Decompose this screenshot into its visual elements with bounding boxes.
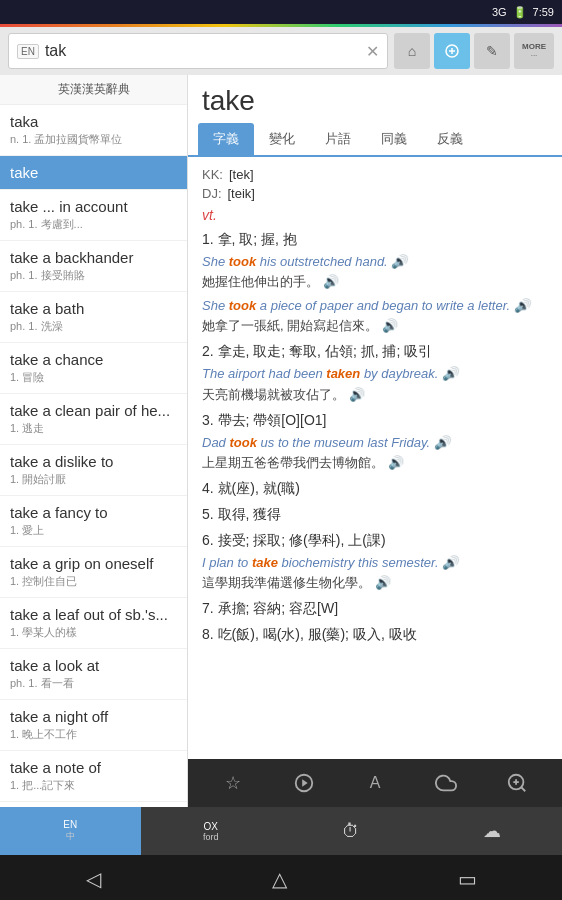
dict-tab-en-zh[interactable]: EN 中	[0, 807, 141, 855]
sidebar-desc: 1. 冒險	[10, 370, 177, 385]
sound-icon[interactable]	[284, 763, 324, 803]
example-en-3: Dad took us to the museum last Friday. 🔊	[202, 434, 548, 452]
sound-icon-1b[interactable]: 🔊	[514, 298, 530, 313]
sidebar-header: 英漢漢英辭典	[0, 75, 187, 105]
sidebar: 英漢漢英辭典 taka n. 1. 孟加拉國貨幣單位 take take ...…	[0, 75, 188, 807]
sound-icon-3-zh[interactable]: 🔊	[388, 455, 404, 470]
sidebar-desc: ph. 1. 看一看	[10, 676, 177, 691]
sidebar-word: take a look at	[10, 657, 177, 674]
sidebar-item-take-grip[interactable]: take a grip on oneself 1. 控制住自已	[0, 547, 187, 598]
search-input-container: EN ✕	[8, 33, 388, 69]
sidebar-item-take-night[interactable]: take a night off 1. 晚上不工作	[0, 700, 187, 751]
sidebar-item-take-note[interactable]: take a note of 1. 把...記下來	[0, 751, 187, 802]
definition-tabs: 字義 變化 片語 同義 反義	[188, 123, 562, 157]
sound-icon-1b-zh[interactable]: 🔊	[382, 318, 398, 333]
sidebar-item-take-clean[interactable]: take a clean pair of he... 1. 逃走	[0, 394, 187, 445]
search-bar: EN ✕ ⌂ ✎ MORE ···	[0, 27, 562, 75]
sidebar-word: take a dislike to	[10, 453, 177, 470]
home-button[interactable]: ⌂	[394, 33, 430, 69]
sidebar-desc: n. 1. 孟加拉國貨幣單位	[10, 132, 177, 147]
definition-content: KK: [tek] DJ: [teik] vt. 1. 拿, 取; 握, 抱 S…	[188, 157, 562, 759]
example-en-2: The airport had been taken by daybreak. …	[202, 365, 548, 383]
sidebar-item-take-bath[interactable]: take a bath ph. 1. 洗澡	[0, 292, 187, 343]
sound-icon-6-zh[interactable]: 🔊	[375, 575, 391, 590]
sidebar-desc: 1. 控制住自已	[10, 574, 177, 589]
sidebar-word: take a fancy to	[10, 504, 177, 521]
right-content: take 字義 變化 片語 同義 反義 KK: [tek] DJ: [teik]…	[188, 75, 562, 807]
sidebar-item-take[interactable]: take	[0, 156, 187, 190]
dict-tab-history[interactable]: ⏱	[281, 807, 422, 855]
tab-pianyu[interactable]: 片語	[310, 123, 366, 155]
star-icon[interactable]: ☆	[213, 763, 253, 803]
more-button[interactable]: MORE ···	[514, 33, 554, 69]
example-zh-2: 天亮前機場就被攻佔了。 🔊	[202, 386, 548, 404]
search-zoom-icon[interactable]	[497, 763, 537, 803]
sidebar-item-take-backhander[interactable]: take a backhander ph. 1. 接受賄賂	[0, 241, 187, 292]
dict-tab-oxford[interactable]: OX ford	[141, 807, 282, 855]
sidebar-desc: ph. 1. 洗澡	[10, 319, 177, 334]
sound-icon-3[interactable]: 🔊	[434, 435, 450, 450]
home-icon[interactable]: △	[272, 867, 287, 891]
recent-apps-icon[interactable]: ▭	[458, 867, 477, 891]
bookmark-button[interactable]	[434, 33, 470, 69]
tab-ziyi[interactable]: 字義	[198, 123, 254, 155]
sidebar-desc: 1. 愛上	[10, 523, 177, 538]
sound-icon-6[interactable]: 🔊	[442, 555, 458, 570]
sound-icon-2-zh[interactable]: 🔊	[349, 387, 365, 402]
sidebar-word: take a backhander	[10, 249, 177, 266]
sidebar-word: take a clean pair of he...	[10, 402, 177, 419]
phonetic-kk: KK: [tek]	[202, 167, 548, 182]
example-zh-6: 這學期我準備選修生物化學。 🔊	[202, 574, 548, 592]
language-flag: EN	[17, 44, 39, 59]
sidebar-item-take-account[interactable]: take ... in account ph. 1. 考慮到...	[0, 190, 187, 241]
tab-tongyi[interactable]: 同義	[366, 123, 422, 155]
definition-2: 2. 拿走, 取走; 奪取, 佔領; 抓, 捕; 吸引	[202, 343, 548, 361]
sidebar-desc: 1. 逃走	[10, 421, 177, 436]
example-en-6: I plan to take biochemistry this semeste…	[202, 554, 548, 572]
sidebar-desc: 1. 晚上不工作	[10, 727, 177, 742]
status-bar: 3G 🔋 7:59	[0, 0, 562, 24]
tab-bianhua[interactable]: 變化	[254, 123, 310, 155]
definition-8: 8. 吃(飯), 喝(水), 服(藥); 吸入, 吸收	[202, 626, 548, 644]
sound-icon-1a[interactable]: 🔊	[391, 254, 407, 269]
example-zh-1b: 她拿了一張紙, 開始寫起信來。 🔊	[202, 317, 548, 335]
definition-5: 5. 取得, 獲得	[202, 506, 548, 524]
edit-button[interactable]: ✎	[474, 33, 510, 69]
search-input[interactable]	[45, 42, 366, 60]
sidebar-item-take-chance[interactable]: take a chance 1. 冒險	[0, 343, 187, 394]
sidebar-word: take	[10, 164, 177, 181]
sidebar-word: take a grip on oneself	[10, 555, 177, 572]
bottom-toolbar: ☆ A	[188, 759, 562, 807]
example-en-1b: She took a piece of paper and began to w…	[202, 297, 548, 315]
definition-3: 3. 帶去; 帶領[O][O1]	[202, 412, 548, 430]
example-en-1a: She took his outstretched hand. 🔊	[202, 253, 548, 271]
definition-1: 1. 拿, 取; 握, 抱	[202, 231, 548, 249]
toolbar-buttons: ⌂ ✎ MORE ···	[394, 33, 554, 69]
sidebar-desc: 1. 學某人的樣	[10, 625, 177, 640]
sidebar-item-take-dislike[interactable]: take a dislike to 1. 開始討厭	[0, 445, 187, 496]
phonetic-dj: DJ: [teik]	[202, 186, 548, 201]
kk-label: KK:	[202, 167, 223, 182]
definition-4: 4. 就(座), 就(職)	[202, 480, 548, 498]
cloud-icon[interactable]	[426, 763, 466, 803]
sound-icon-2[interactable]: 🔊	[442, 366, 458, 381]
dict-tab-cloud[interactable]: ☁	[422, 807, 563, 855]
back-icon[interactable]: ◁	[86, 867, 101, 891]
dj-label: DJ:	[202, 186, 222, 201]
tab-fanyi[interactable]: 反義	[422, 123, 478, 155]
sidebar-item-take-leaf[interactable]: take a leaf out of sb.'s... 1. 學某人的樣	[0, 598, 187, 649]
sound-icon-1a-zh[interactable]: 🔊	[323, 274, 339, 289]
word-type: vt.	[202, 207, 548, 223]
sidebar-desc: ph. 1. 接受賄賂	[10, 268, 177, 283]
example-zh-3: 上星期五爸爸帶我們去博物館。 🔊	[202, 454, 548, 472]
clear-icon[interactable]: ✕	[366, 42, 379, 61]
sidebar-item-take-fancy[interactable]: take a fancy to 1. 愛上	[0, 496, 187, 547]
svg-line-6	[521, 787, 525, 791]
sidebar-item-taka[interactable]: taka n. 1. 孟加拉國貨幣單位	[0, 105, 187, 156]
definition-6: 6. 接受; 採取; 修(學科), 上(課)	[202, 532, 548, 550]
sidebar-word: take a bath	[10, 300, 177, 317]
dict-tabs: EN 中 OX ford ⏱ ☁	[0, 807, 562, 855]
font-size-icon[interactable]: A	[355, 763, 395, 803]
svg-marker-4	[302, 779, 308, 786]
sidebar-item-take-look[interactable]: take a look at ph. 1. 看一看	[0, 649, 187, 700]
